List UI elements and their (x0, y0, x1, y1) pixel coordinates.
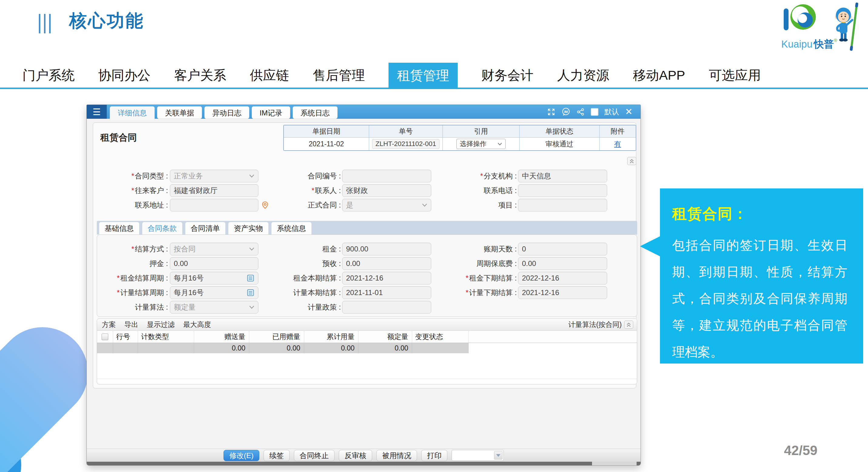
subtab-basic-info[interactable]: 基础信息 (99, 222, 139, 235)
schedule-icon[interactable] (247, 274, 254, 282)
toolbar-plan-link[interactable]: 方案 (102, 320, 116, 329)
phone-input[interactable] (518, 184, 607, 197)
ref-action-select[interactable]: 选择操作 (457, 139, 505, 149)
nav-item-hr[interactable]: 人力资源 (557, 67, 609, 84)
nav-item-lease-management[interactable]: 租赁管理 (389, 63, 458, 88)
summary-row-no-cell (113, 343, 138, 353)
branch-input[interactable]: 中天信息 (518, 170, 607, 182)
toolbar-filter-link[interactable]: 显示过滤 (147, 320, 175, 329)
select-all-checkbox[interactable] (102, 334, 108, 340)
contact-input[interactable]: 张财政 (342, 184, 431, 197)
more-actions-select[interactable] (452, 450, 504, 461)
share-icon[interactable] (577, 108, 585, 116)
fullscreen-icon[interactable] (547, 108, 555, 116)
doc-ref-cell: 选择操作 (443, 138, 520, 150)
customer-input[interactable]: 福建省财政厅 (170, 184, 258, 197)
summary-rated-value: 0.00 (359, 343, 412, 353)
menu-button[interactable]: ☰ (87, 105, 107, 119)
grid-row-divider (97, 379, 637, 379)
meter-policy-label: 计量政策 : (266, 301, 341, 313)
chevron-down-icon (422, 203, 427, 207)
chevron-down-icon (249, 247, 254, 251)
menu-icon: ☰ (93, 107, 101, 117)
schedule-icon[interactable] (247, 289, 254, 297)
page-number: 42/59 (784, 443, 817, 458)
svg-text:IM: IM (564, 110, 568, 113)
close-icon[interactable]: ✕ (625, 107, 633, 116)
callout-body: 包括合同的签订日期、生效日期、到期日期、性质，结算方式，合同类别及合同保养周期等… (672, 232, 847, 365)
contact-label: *联系人 : (266, 184, 341, 197)
project-input[interactable] (518, 199, 607, 211)
horizontal-scrollbar[interactable] (87, 462, 641, 466)
grid-select-all-cell (97, 331, 113, 343)
collapse-grid-button[interactable] (624, 321, 633, 329)
meter-algo-select[interactable]: 额定量 (170, 301, 258, 313)
unaudit-button[interactable]: 反审核 (339, 450, 372, 461)
rent-cycle-input[interactable]: 每月16号 (170, 272, 258, 284)
nav-item-collaboration[interactable]: 协同办公 (98, 67, 150, 84)
page-title: 核心功能 (69, 9, 144, 33)
subtab-contract-list[interactable]: 合同清单 (185, 222, 225, 235)
doc-status-value: 审核通过 (520, 138, 599, 150)
subtab-system-info[interactable]: 系统信息 (272, 222, 311, 235)
address-input[interactable] (170, 199, 258, 211)
rent-current-label: 租金本期结算 : (266, 272, 341, 284)
callout-title: 租赁合同： (672, 204, 851, 224)
measurement-grid-panel: 方案 导出 显示过滤 最大高度 计量算法(按合同) 行号 计数类型 赠送量 已用… (97, 318, 637, 384)
subtab-asset-items[interactable]: 资产实物 (228, 222, 269, 235)
nav-item-mobile-app[interactable]: 移动APP (633, 67, 685, 84)
rent-cycle-label: *租金结算周期 : (93, 272, 168, 284)
contract-type-label: *合同类型 : (93, 170, 168, 182)
tab-im-record[interactable]: IM记录 (252, 106, 290, 119)
deposit-input[interactable]: 0.00 (170, 257, 258, 270)
subtab-contract-terms[interactable]: 合同条款 (142, 222, 182, 236)
col-gift: 赠送量 (194, 331, 249, 343)
im-icon[interactable]: IM (561, 107, 570, 116)
rent-current-input[interactable]: 2021-12-16 (342, 272, 431, 284)
settle-method-select[interactable]: 按合同 (170, 243, 258, 256)
period-min-fee-label: 周期保底费 : (442, 257, 517, 270)
collapse-header-button[interactable] (627, 157, 636, 165)
print-button[interactable]: 打印 (421, 450, 447, 461)
meter-current-input[interactable]: 2021-11-01 (342, 286, 431, 299)
rent-label: 租金 : (266, 243, 341, 256)
toolbar-export-link[interactable]: 导出 (124, 320, 138, 329)
meter-policy-input[interactable] (342, 301, 431, 313)
meter-current-label: 计量本期结算 : (266, 286, 341, 299)
summary-check-cell (97, 343, 113, 353)
usage-button[interactable]: 被用情况 (376, 450, 417, 461)
attachment-link[interactable]: 有 (614, 139, 621, 149)
rent-next-input[interactable]: 2022-12-16 (518, 272, 607, 284)
tab-related-docs[interactable]: 关联单据 (157, 106, 202, 119)
modify-button[interactable]: 修改(E) (223, 450, 259, 461)
period-min-fee-input[interactable]: 0.00 (518, 257, 607, 270)
doc-number-cell: ZLHT-20211102-001 (369, 138, 443, 150)
col-total-used: 累计用量 (304, 331, 359, 343)
meter-cycle-input[interactable]: 每月16号 (170, 286, 258, 299)
terminate-button[interactable]: 合同终止 (294, 450, 335, 461)
formal-contract-select[interactable]: 是 (342, 199, 431, 211)
tab-detail-info[interactable]: 详细信息 (110, 106, 155, 120)
nav-item-after-sales[interactable]: 售后管理 (313, 67, 365, 84)
contract-no-input[interactable] (342, 170, 431, 182)
toolbar-max-height-link[interactable]: 最大高度 (183, 320, 211, 329)
nav-item-crm[interactable]: 客户关系 (174, 67, 226, 84)
meter-algo-label: 计量算法 : (93, 301, 168, 313)
rent-input[interactable]: 900.00 (342, 243, 431, 256)
meter-next-input[interactable]: 2021-12-16 (518, 286, 607, 299)
renew-button[interactable]: 续签 (264, 450, 290, 461)
tab-system-log[interactable]: 系统日志 (293, 106, 338, 119)
grid-toolbar: 方案 导出 显示过滤 最大高度 计量算法(按合同) (97, 319, 637, 331)
nav-item-portal[interactable]: 门户系统 (23, 67, 74, 84)
prepaid-input[interactable]: 0.00 (342, 257, 431, 270)
chevron-down-icon (249, 174, 254, 178)
nav-item-supply-chain[interactable]: 供应链 (250, 67, 289, 84)
default-checkbox[interactable] (591, 108, 598, 116)
credit-days-input[interactable]: 0 (518, 243, 607, 256)
grid-header-row: 行号 计数类型 赠送量 已用赠量 累计用量 额定量 变更状态 (97, 331, 637, 343)
window-tabs: 详细信息 关联单据 异动日志 IM记录 系统日志 (110, 106, 338, 120)
nav-item-optional-apps[interactable]: 可选应用 (709, 67, 761, 84)
tab-change-log[interactable]: 异动日志 (205, 106, 249, 119)
nav-item-finance[interactable]: 财务会计 (481, 67, 533, 84)
contract-type-select[interactable]: 正常业务 (170, 170, 258, 182)
